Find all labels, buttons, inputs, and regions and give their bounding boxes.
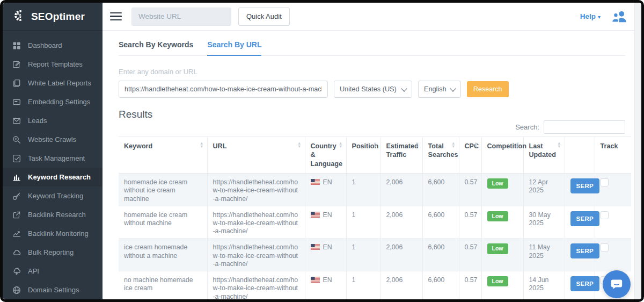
competition-badge: Low bbox=[487, 276, 508, 286]
sidebar-item-website-crawls[interactable]: Website Crawls bbox=[3, 130, 103, 149]
serp-cell: SERP bbox=[565, 206, 595, 239]
competition-badge: Low bbox=[487, 243, 508, 254]
position-cell: 1 bbox=[346, 174, 380, 206]
column-header-estimated-traffic[interactable]: Estimated Traffic ▲▼ bbox=[380, 137, 422, 174]
sidebar-item-label: Domain Settings bbox=[28, 286, 79, 294]
column-header-url[interactable]: URL ▲▼ bbox=[207, 137, 305, 174]
domain-url-input[interactable] bbox=[119, 81, 328, 98]
sidebar-item-task-management[interactable]: Task Management bbox=[3, 149, 103, 168]
globe-icon bbox=[12, 285, 21, 294]
url-cell: https://handletheheat.com/how-to-make-ic… bbox=[207, 174, 305, 206]
sidebar-item-leads[interactable]: Leads bbox=[3, 111, 103, 130]
country-language-cell: EN bbox=[305, 206, 346, 239]
sidebar-item-label: Keyword Tracking bbox=[28, 192, 83, 200]
sidebar-item-domain-settings[interactable]: Domain Settings bbox=[3, 281, 103, 299]
serp-button[interactable]: SERP bbox=[570, 276, 600, 291]
table-row: homemade ice cream without machine https… bbox=[119, 206, 631, 239]
track-cell bbox=[595, 174, 631, 206]
language-code: EN bbox=[323, 243, 332, 251]
keyword-cell: homemade ice cream without ice cream mac… bbox=[119, 174, 207, 206]
competition-badge: Low bbox=[487, 211, 508, 221]
magnifier-plus-icon bbox=[12, 135, 21, 144]
estimated-traffic-cell: 2,006 bbox=[380, 174, 422, 206]
keyword-cell: no machine homemade ice cream bbox=[119, 271, 207, 299]
position-cell: 1 bbox=[346, 271, 380, 299]
tab-search-by-keywords[interactable]: Search By Keywords bbox=[119, 40, 193, 55]
sidebar-item-report-templates[interactable]: Report Templates bbox=[3, 55, 103, 74]
column-header-label: Estimated Traffic bbox=[386, 142, 419, 159]
app-window: SEOptimer Dashboard Report Templates Whi… bbox=[0, 0, 644, 302]
scrollbar-track[interactable] bbox=[634, 3, 641, 299]
column-header-cpc[interactable]: CPC ▲▼ bbox=[459, 137, 481, 174]
research-button[interactable]: Research bbox=[467, 81, 509, 97]
column-header-last-updated[interactable]: Last Updated ▲▼ bbox=[523, 137, 565, 174]
table-search-input[interactable] bbox=[544, 120, 625, 134]
total-searches-cell: 6,600 bbox=[422, 174, 459, 206]
serp-button[interactable]: SERP bbox=[570, 211, 600, 226]
chat-bubble-icon[interactable] bbox=[603, 270, 631, 298]
us-flag-icon bbox=[311, 277, 320, 285]
cpc-cell: 0.57 bbox=[459, 239, 481, 271]
track-checkbox[interactable] bbox=[601, 211, 609, 219]
language-select[interactable]: English bbox=[418, 81, 461, 98]
url-cell: https://handletheheat.com/how-to-make-ic… bbox=[207, 206, 305, 239]
sidebar-item-bulk-reporting[interactable]: Bulk Reporting bbox=[3, 243, 103, 262]
chevron-down-icon: ▾ bbox=[598, 14, 601, 20]
cpc-cell: 0.57 bbox=[459, 174, 481, 206]
column-header-label: Country & Language bbox=[311, 142, 342, 168]
cloud-icon bbox=[12, 248, 21, 257]
language-code: EN bbox=[323, 276, 332, 284]
bar-chart-icon bbox=[12, 172, 21, 182]
sidebar-item-api[interactable]: API bbox=[3, 262, 103, 281]
serp-button[interactable]: SERP bbox=[570, 178, 600, 193]
sidebar-item-keyword-tracking[interactable]: Keyword Tracking bbox=[3, 186, 103, 205]
us-flag-icon bbox=[311, 244, 320, 252]
track-checkbox[interactable] bbox=[601, 178, 609, 186]
sidebar-item-backlink-monitoring[interactable]: Backlink Monitoring bbox=[3, 224, 103, 243]
sidebar-item-keyword-research[interactable]: Keyword Research bbox=[3, 168, 103, 186]
sidebar-item-dashboard[interactable]: Dashboard bbox=[3, 36, 103, 55]
table-header-row: Keyword ▲▼ URL ▲▼ Country & Language ▲▼ … bbox=[119, 137, 631, 174]
total-searches-cell: 6,600 bbox=[422, 271, 459, 299]
sidebar-item-label: Dashboard bbox=[28, 41, 62, 49]
sidebar-item-label: White Label Reports bbox=[28, 79, 91, 87]
table-row: homemade ice cream without ice cream mac… bbox=[119, 174, 631, 206]
sidebar-item-embedding-settings[interactable]: Embedding Settings bbox=[3, 92, 103, 111]
track-checkbox[interactable] bbox=[601, 243, 609, 251]
website-url-input[interactable] bbox=[131, 8, 231, 26]
envelope-icon bbox=[12, 116, 21, 125]
total-searches-cell: 6,600 bbox=[422, 239, 459, 271]
last-updated-cell: 12 Apr 2025 bbox=[523, 174, 565, 206]
line-chart-icon bbox=[12, 229, 21, 238]
track-cell bbox=[595, 239, 631, 271]
column-header-position[interactable]: Position ▲▼ bbox=[346, 137, 380, 174]
brand-logo[interactable]: SEOptimer bbox=[3, 3, 103, 31]
domain-input-label: Enter any domain or URL bbox=[119, 68, 625, 76]
documents-icon bbox=[12, 78, 21, 88]
sort-icon: ▲▼ bbox=[557, 142, 561, 148]
sidebar-item-white-label-reports[interactable]: White Label Reports bbox=[3, 74, 103, 92]
brand-name: SEOptimer bbox=[31, 11, 85, 23]
column-header-country-language[interactable]: Country & Language ▲▼ bbox=[305, 137, 346, 174]
sidebar-item-backlink-research[interactable]: Backlink Research bbox=[3, 205, 103, 224]
total-searches-cell: 6,600 bbox=[422, 206, 459, 239]
column-header-competition[interactable]: Competition ▲▼ bbox=[481, 137, 523, 174]
users-icon[interactable] bbox=[611, 10, 627, 23]
competition-cell: Low bbox=[481, 239, 523, 271]
help-dropdown[interactable]: Help▾ bbox=[580, 12, 601, 20]
position-cell: 1 bbox=[346, 206, 380, 239]
sort-icon: ▲▼ bbox=[451, 142, 455, 148]
competition-cell: Low bbox=[481, 174, 523, 206]
column-header-keyword[interactable]: Keyword ▲▼ bbox=[119, 137, 207, 174]
serp-button[interactable]: SERP bbox=[570, 243, 600, 258]
column-header-label: Competition bbox=[487, 142, 526, 150]
quick-audit-button[interactable]: Quick Audit bbox=[238, 8, 290, 26]
column-header-total-searches[interactable]: Total Searches ▲▼ bbox=[422, 137, 459, 174]
cpc-cell: 0.57 bbox=[459, 206, 481, 239]
hamburger-icon[interactable] bbox=[110, 12, 122, 21]
column-header-track: Track bbox=[595, 137, 631, 174]
country-select[interactable]: United States (US) bbox=[334, 81, 412, 98]
last-updated-cell: 14 Jun 2025 bbox=[523, 271, 565, 299]
tab-search-by-url[interactable]: Search By URL bbox=[207, 40, 261, 56]
url-cell: https://handletheheat.com/how-to-make-ic… bbox=[207, 239, 305, 271]
